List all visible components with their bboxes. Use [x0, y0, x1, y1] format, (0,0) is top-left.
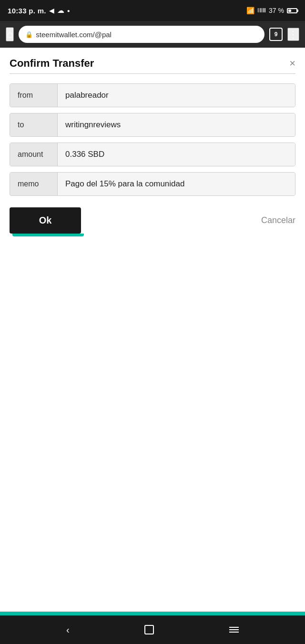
- location-icon: ◀: [49, 7, 54, 14]
- ok-button[interactable]: Ok: [10, 207, 81, 234]
- recent-apps-icon: [229, 627, 239, 633]
- url-text: steemitwallet.com/@pal: [36, 31, 258, 39]
- divider: [10, 73, 295, 74]
- status-bar: 10:33 p. m. ◀ ☁ ● 📶 ⅠⅡⅢ 37 %: [0, 0, 305, 21]
- tab-count-button[interactable]: 9: [269, 28, 283, 41]
- dot-indicator: ●: [67, 8, 70, 13]
- main-content: Confirm Transfer × from palabreador to w…: [0, 48, 305, 612]
- button-row: Ok Cancelar: [10, 207, 295, 234]
- lock-icon: 🔒: [25, 31, 33, 38]
- home-nav-button[interactable]: [144, 625, 154, 634]
- url-bar[interactable]: 🔒 steemitwallet.com/@pal: [19, 26, 264, 43]
- memo-value: Pago del 15% para la comunidad: [58, 173, 295, 195]
- from-row: from palabreador: [10, 83, 295, 107]
- back-button[interactable]: ‹: [66, 624, 70, 635]
- browser-bar: ⌂ 🔒 steemitwallet.com/@pal 9 ⋮: [0, 21, 305, 48]
- confirm-transfer-dialog: Confirm Transfer × from palabreador to w…: [0, 48, 305, 248]
- from-label: from: [10, 84, 58, 107]
- from-value: palabreador: [58, 84, 295, 107]
- wifi-icon: 📶: [246, 7, 254, 14]
- status-left: 10:33 p. m. ◀ ☁ ●: [8, 6, 70, 15]
- recent-apps-button[interactable]: [229, 627, 239, 633]
- battery-icon: [287, 8, 297, 13]
- cancel-button[interactable]: Cancelar: [261, 215, 295, 225]
- close-button[interactable]: ×: [289, 58, 295, 69]
- amount-label: amount: [10, 143, 58, 166]
- to-label: to: [10, 113, 58, 136]
- to-row: to writingnreviews: [10, 113, 295, 137]
- dialog-title: Confirm Transfer: [10, 57, 94, 70]
- home-nav-icon: [144, 625, 154, 634]
- memo-label: memo: [10, 173, 58, 195]
- amount-value: 0.336 SBD: [58, 143, 295, 166]
- memo-row: memo Pago del 15% para la comunidad: [10, 172, 295, 196]
- more-menu-button[interactable]: ⋮: [287, 28, 299, 41]
- status-time: 10:33 p. m.: [8, 7, 46, 15]
- status-right: 📶 ⅠⅡⅢ 37 %: [246, 7, 297, 14]
- signal-icon: ⅠⅡⅢ: [257, 7, 266, 14]
- dialog-header: Confirm Transfer ×: [10, 57, 295, 70]
- battery-percent: 37 %: [269, 7, 284, 14]
- teal-accent-bar: [0, 612, 305, 615]
- amount-row: amount 0.336 SBD: [10, 143, 295, 166]
- cloud-icon: ☁: [57, 6, 64, 15]
- android-nav-bar: ‹: [0, 615, 305, 644]
- home-button[interactable]: ⌂: [6, 27, 14, 41]
- to-value: writingnreviews: [58, 113, 295, 136]
